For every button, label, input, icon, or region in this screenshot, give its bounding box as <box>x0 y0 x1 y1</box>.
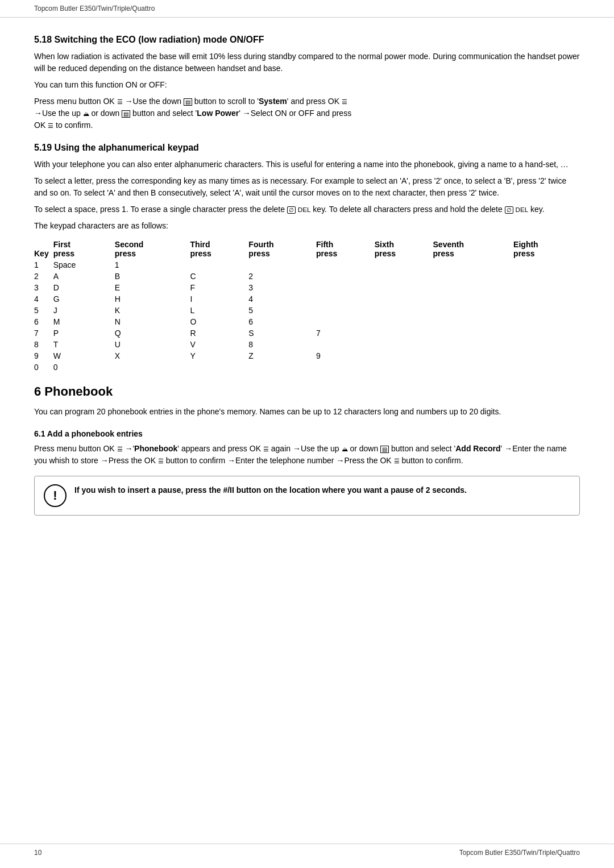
table-row: 6MNO6 <box>34 316 580 327</box>
table-cell: O <box>190 316 249 327</box>
table-cell <box>433 350 514 362</box>
table-cell: K <box>115 305 190 316</box>
table-cell: F <box>190 282 249 293</box>
table-cell <box>375 362 433 373</box>
table-cell: Q <box>115 327 190 339</box>
table-cell: 7 <box>34 327 53 339</box>
page-footer: 10 Topcom Butler E350/Twin/Triple/Quattr… <box>0 844 614 857</box>
table-cell <box>513 362 580 373</box>
table-cell <box>316 293 375 305</box>
section-519-para1: With your telephone you can also enter a… <box>34 159 580 171</box>
section-518-para2: You can turn this function ON or OFF: <box>34 79 580 91</box>
note-text-content: If you wish to insert a pause, press the… <box>74 485 467 495</box>
page-header: Topcom Butler E350/Twin/Triple/Quattro <box>0 0 614 18</box>
page-content: 5.18 Switching the ECO (low radiation) m… <box>0 18 614 561</box>
table-cell <box>433 259 514 271</box>
table-row: 9WXYZ9 <box>34 350 580 362</box>
col-first: Firstpress <box>53 239 115 259</box>
table-cell: P <box>53 327 115 339</box>
table-cell: U <box>115 339 190 350</box>
section-519-para4: The keypad characters are as follows: <box>34 220 580 232</box>
table-cell: 6 <box>34 316 53 327</box>
table-row: 2ABC2 <box>34 271 580 282</box>
section-6-title: 6 Phonebook <box>34 384 580 399</box>
table-cell <box>375 339 433 350</box>
note-box: ! If you wish to insert a pause, press t… <box>34 476 580 516</box>
section-519-para3: To select a space, press 1. To erase a s… <box>34 203 580 215</box>
section-519-title: 5.19 Using the alphanumerical keypad <box>34 143 580 153</box>
section-518-para1: When low radiation is activated the base… <box>34 51 580 74</box>
col-fourth: Fourthpress <box>248 239 316 259</box>
table-cell: S <box>248 327 316 339</box>
table-cell: 0 <box>34 362 53 373</box>
table-cell: 8 <box>248 339 316 350</box>
col-second: Secondpress <box>115 239 190 259</box>
table-row: 5JKL5 <box>34 305 580 316</box>
table-cell <box>375 316 433 327</box>
table-cell <box>190 362 249 373</box>
table-cell: 2 <box>34 271 53 282</box>
section-61-title: 6.1 Add a phonebook entries <box>34 429 580 438</box>
table-cell: 6 <box>248 316 316 327</box>
table-cell: 1 <box>34 259 53 271</box>
table-cell <box>375 259 433 271</box>
table-cell <box>513 259 580 271</box>
section-6: 6 Phonebook You can program 20 phonebook… <box>34 384 580 418</box>
table-cell: E <box>115 282 190 293</box>
table-cell <box>190 259 249 271</box>
table-cell <box>115 362 190 373</box>
table-cell: V <box>190 339 249 350</box>
table-cell: 4 <box>34 293 53 305</box>
section-61-para1: Press menu button OK ☰ →'Phonebook' appe… <box>34 443 580 467</box>
table-cell <box>513 282 580 293</box>
table-cell: 8 <box>34 339 53 350</box>
table-cell: 4 <box>248 293 316 305</box>
table-cell <box>316 316 375 327</box>
table-cell <box>513 339 580 350</box>
page: Topcom Butler E350/Twin/Triple/Quattro 5… <box>0 0 614 868</box>
col-eighth: Eighthpress <box>513 239 580 259</box>
table-cell: R <box>190 327 249 339</box>
table-cell: N <box>115 316 190 327</box>
section-61: 6.1 Add a phonebook entries Press menu b… <box>34 429 580 516</box>
table-cell <box>513 350 580 362</box>
section-518-title: 5.18 Switching the ECO (low radiation) m… <box>34 35 580 45</box>
table-cell: A <box>53 271 115 282</box>
section-519-para2: To select a letter, press the correspond… <box>34 175 580 199</box>
table-cell: J <box>53 305 115 316</box>
table-header-row: Key Firstpress Secondpress Thirdpress Fo… <box>34 239 580 259</box>
table-cell <box>513 293 580 305</box>
col-fifth: Fifthpress <box>316 239 375 259</box>
table-cell <box>316 362 375 373</box>
table-cell <box>375 282 433 293</box>
table-cell <box>375 305 433 316</box>
table-row: 1Space1 <box>34 259 580 271</box>
col-sixth: Sixthpress <box>375 239 433 259</box>
table-cell: C <box>190 271 249 282</box>
table-cell <box>513 305 580 316</box>
table-cell: T <box>53 339 115 350</box>
table-cell <box>433 362 514 373</box>
section-518-para3: Press menu button OK ☰ →Use the down ▤ b… <box>34 95 580 131</box>
table-cell: Space <box>53 259 115 271</box>
table-cell <box>433 339 514 350</box>
table-cell <box>316 259 375 271</box>
table-cell: 2 <box>248 271 316 282</box>
footer-page-number: 10 <box>34 849 42 857</box>
footer-brand: Topcom Butler E350/Twin/Triple/Quattro <box>459 849 580 857</box>
table-cell: 7 <box>316 327 375 339</box>
table-cell <box>513 316 580 327</box>
table-cell <box>316 271 375 282</box>
section-518: 5.18 Switching the ECO (low radiation) m… <box>34 35 580 131</box>
section-6-para1: You can program 20 phonebook entries in … <box>34 406 580 418</box>
table-cell <box>433 316 514 327</box>
table-cell <box>375 271 433 282</box>
table-cell <box>375 327 433 339</box>
table-cell <box>433 282 514 293</box>
table-cell: W <box>53 350 115 362</box>
table-cell: 5 <box>248 305 316 316</box>
table-cell: H <box>115 293 190 305</box>
table-row: 3DEF3 <box>34 282 580 293</box>
col-third: Thirdpress <box>190 239 249 259</box>
table-cell: 0 <box>53 362 115 373</box>
